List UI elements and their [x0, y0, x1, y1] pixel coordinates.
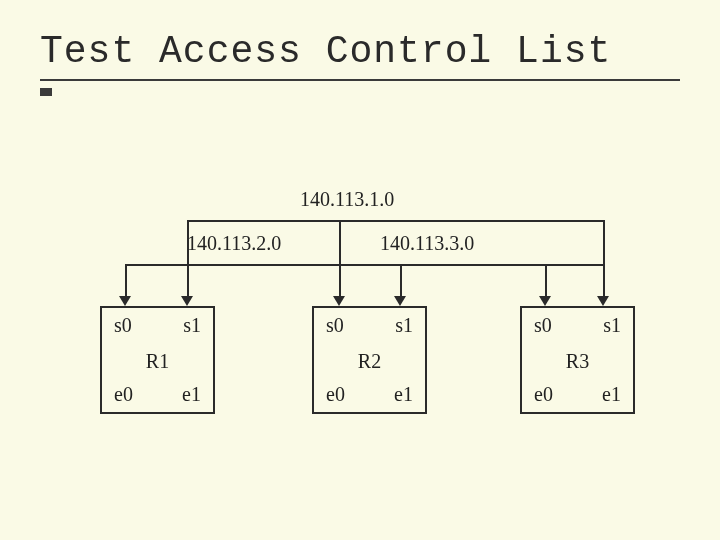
r1-port-e0: e0 — [114, 383, 133, 406]
router-r1: s0 s1 R1 e0 e1 — [100, 306, 215, 414]
line-drop-r2-s1 — [400, 264, 402, 298]
label-network-left: 140.113.2.0 — [187, 232, 281, 255]
r1-port-e1: e1 — [182, 383, 201, 406]
label-network-top: 140.113.1.0 — [300, 188, 394, 211]
arrow-r2-s1 — [394, 296, 406, 306]
label-network-right: 140.113.3.0 — [380, 232, 474, 255]
line-drop-r1-s0 — [125, 264, 127, 298]
r2-port-e1: e1 — [394, 383, 413, 406]
r3-port-e1: e1 — [602, 383, 621, 406]
r2-port-s0: s0 — [326, 314, 344, 337]
r2-port-e0: e0 — [326, 383, 345, 406]
r3-name: R3 — [522, 350, 633, 373]
arrow-r3-s0 — [539, 296, 551, 306]
arrow-r2-s0 — [333, 296, 345, 306]
router-r2: s0 s1 R2 e0 e1 — [312, 306, 427, 414]
network-diagram: 140.113.1.0 140.113.2.0 140.113.3.0 s0 s… — [0, 0, 720, 540]
arrow-r3-s1 — [597, 296, 609, 306]
line-drop-r3-s0-part — [603, 220, 605, 298]
line-drop-r2-s0 — [339, 220, 341, 298]
line-mid-bus — [125, 264, 605, 266]
line-top-bus — [187, 220, 605, 222]
r3-port-s0: s0 — [534, 314, 552, 337]
r1-port-s1: s1 — [183, 314, 201, 337]
r3-port-e0: e0 — [534, 383, 553, 406]
router-r3: s0 s1 R3 e0 e1 — [520, 306, 635, 414]
r3-port-s1: s1 — [603, 314, 621, 337]
r1-port-s0: s0 — [114, 314, 132, 337]
r2-port-s1: s1 — [395, 314, 413, 337]
arrow-r1-s0 — [119, 296, 131, 306]
r2-name: R2 — [314, 350, 425, 373]
r1-name: R1 — [102, 350, 213, 373]
line-drop-r3-s0 — [545, 264, 547, 298]
arrow-r1-s1 — [181, 296, 193, 306]
